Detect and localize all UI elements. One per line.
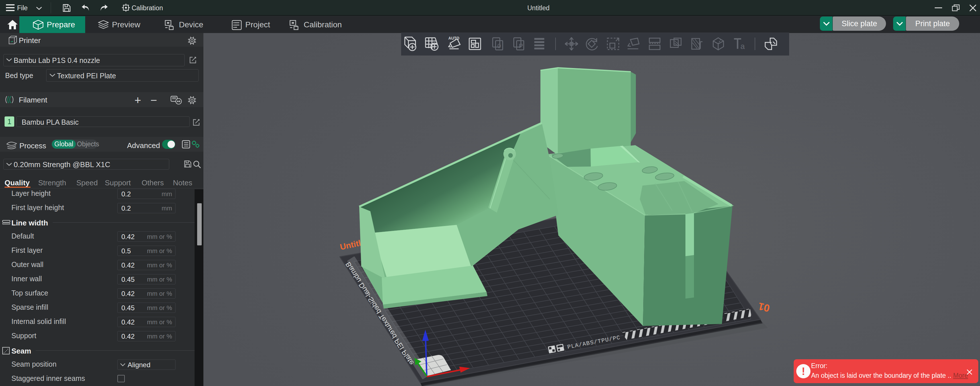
svg-text:0: 0 <box>497 43 501 49</box>
svg-text:a: a <box>740 42 745 51</box>
svg-text:01: 01 <box>757 300 771 314</box>
svg-text:AUTO: AUTO <box>449 36 460 40</box>
svg-text:P: P <box>519 43 523 49</box>
